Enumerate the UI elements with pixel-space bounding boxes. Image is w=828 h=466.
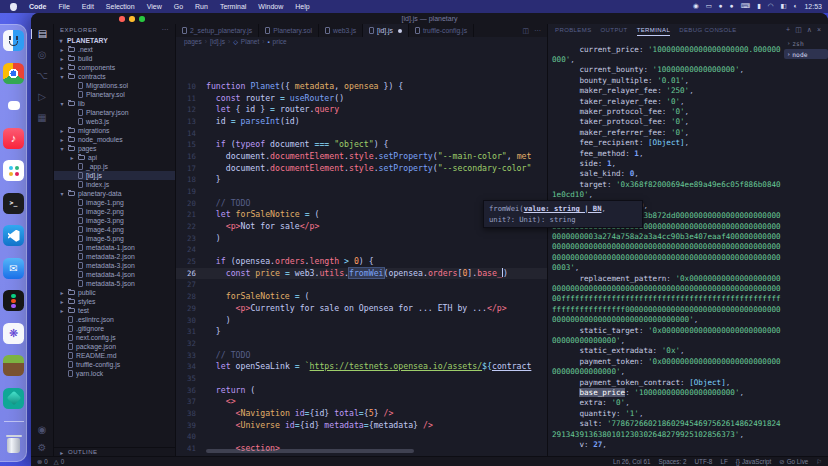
workspace-root-row[interactable]: ▾ PLANETARY [54, 35, 175, 45]
siri-icon[interactable]: ◐ [794, 3, 798, 10]
graphics-app-dock-icon[interactable]: ❋ [3, 323, 24, 344]
tree-item-node_modules[interactable]: ▸node_modules [54, 135, 175, 144]
code-line-31[interactable]: 31 } [176, 326, 547, 338]
tree-item-test[interactable]: ▸test [54, 306, 175, 315]
more-actions-icon[interactable]: ⋯ [534, 27, 541, 35]
tree-item-Planetary.json[interactable]: Planetary.json [54, 108, 175, 117]
tree-item-index.js[interactable]: index.js [54, 180, 175, 189]
code-line-13[interactable]: 13 id = parseInt(id) [176, 116, 547, 128]
terminal-process-zsh[interactable]: ›zsh [784, 38, 828, 48]
code-line-32[interactable]: 32 [176, 338, 547, 350]
tree-item-image-3.png[interactable]: image-3.png [54, 216, 175, 225]
status-app2-icon[interactable]: ● [730, 3, 734, 10]
minecraft-dock-icon[interactable] [3, 355, 24, 376]
code-line-15[interactable]: 15 if (typeof document === "object") { [176, 139, 547, 151]
menubar-clock[interactable]: 12:53 [804, 3, 822, 10]
tree-item-public[interactable]: ▸public [54, 288, 175, 297]
tree-item-.eslintrc.json[interactable]: .eslintrc.json [54, 315, 175, 324]
status-warnings[interactable]: △0 [54, 458, 64, 465]
figma-dock-icon[interactable] [3, 290, 24, 311]
tree-item-image-2.png[interactable]: image-2.png [54, 207, 175, 216]
terminal-output[interactable]: current_price: '100000000000000000000.00… [548, 44, 784, 449]
menu-item-edit[interactable]: Edit [76, 3, 100, 10]
code-line-30[interactable]: 30 ) [176, 315, 547, 327]
tree-item-README.md[interactable]: README.md [54, 351, 175, 360]
tree-item-metadata-1.json[interactable]: metadata-1.json [54, 243, 175, 252]
wifi-icon[interactable]: ◠ [768, 3, 774, 10]
outline-section-header[interactable]: ▸ OUTLINE [54, 447, 175, 456]
screen-record-icon[interactable]: ◉ [693, 3, 699, 10]
tree-item-metadata-5.json[interactable]: metadata-5.json [54, 279, 175, 288]
tree-item-contracts[interactable]: ▾contracts [54, 72, 175, 81]
apple-logo-icon[interactable] [10, 3, 17, 11]
finder-dock-icon[interactable] [3, 30, 24, 51]
settings-gear-icon[interactable]: ⚙ [38, 443, 47, 453]
code-line-11[interactable]: 11 const router = useRouter() [176, 93, 547, 105]
messages-dock-icon[interactable] [3, 95, 24, 116]
status-language-mode[interactable]: {}JavaScript [736, 458, 772, 465]
menu-item-file[interactable]: File [53, 3, 76, 10]
panel-tab-output[interactable]: OUTPUT [601, 24, 628, 36]
new-terminal-icon[interactable]: + [786, 26, 790, 34]
menu-item-help[interactable]: Help [289, 3, 315, 10]
tree-item-styles[interactable]: ▸styles [54, 297, 175, 306]
minimize-window-button[interactable] [129, 16, 135, 22]
tree-item-truffle-config.js[interactable]: truffle-config.js [54, 360, 175, 369]
close-window-button[interactable] [119, 16, 125, 22]
status-cursor-position[interactable]: Ln 26, Col 61 [613, 458, 650, 465]
trash-dock-icon[interactable] [3, 435, 24, 456]
code-line-16[interactable]: 16 document.documentElement.style.setPro… [176, 151, 547, 163]
breadcrumb[interactable]: pages›[id].js›◇Planet›▪price [176, 37, 547, 46]
code-line-12[interactable]: 12 let { id } = router.query [176, 104, 547, 116]
tree-item-Migrations.sol[interactable]: Migrations.sol [54, 81, 175, 90]
tree-item-metadata-4.json[interactable]: metadata-4.json [54, 270, 175, 279]
panel-tab-debug-console[interactable]: DEBUG CONSOLE [679, 24, 737, 36]
battery-icon[interactable]: ▮ [757, 3, 761, 10]
code-line-26[interactable]: 26 const price = web3.utils.fromWei(open… [176, 268, 547, 280]
source-control-icon[interactable]: ⌥ [31, 71, 53, 81]
tab-[id].js[interactable]: [id].js [363, 24, 409, 37]
code-line-27[interactable]: 27 [176, 279, 547, 291]
tree-item-metadata-3.json[interactable]: metadata-3.json [54, 261, 175, 270]
menu-item-selection[interactable]: Selection [100, 3, 141, 10]
tree-item-migrations[interactable]: ▸migrations [54, 126, 175, 135]
code-line-39[interactable]: 39 <Universe id={id} metadata={metadata}… [176, 420, 547, 432]
code-line-10[interactable]: 10function Planet({ metadata, opensea })… [176, 81, 547, 93]
zoom-window-button[interactable] [139, 16, 145, 22]
mail-dock-icon[interactable]: ✉ [3, 258, 24, 279]
tree-item-image-1.png[interactable]: image-1.png [54, 198, 175, 207]
split-editor-icon[interactable]: ◫ [522, 27, 529, 35]
code-line-34[interactable]: 34 let openSeaLink = `https://testnets.o… [176, 361, 547, 373]
code-line-33[interactable]: 33 // TODO [176, 350, 547, 362]
code-line-36[interactable]: 36 return ( [176, 385, 547, 397]
keyboard-icon[interactable]: ⌨ [741, 3, 750, 10]
status-app1-icon[interactable]: ● [719, 3, 723, 10]
tree-item-next.config.js[interactable]: next.config.js [54, 333, 175, 342]
breadcrumb-item-Planet[interactable]: Planet [241, 38, 259, 45]
tab-web3.js[interactable]: web3.js [319, 24, 363, 37]
code-line-25[interactable]: 25 if (opensea.orders.length > 0) { [176, 256, 547, 268]
status-encoding[interactable]: UTF-8 [695, 458, 713, 465]
code-line-19[interactable]: 19 [176, 186, 547, 198]
modified-dot-icon[interactable] [398, 29, 402, 33]
explorer-icon[interactable]: ▤ [31, 29, 53, 39]
tree-item-lib[interactable]: ▾lib [54, 99, 175, 108]
tree-item-metadata-2.json[interactable]: metadata-2.json [54, 252, 175, 261]
menu-item-run[interactable]: Run [189, 3, 214, 10]
split-terminal-icon[interactable]: ◫ [795, 26, 802, 34]
menu-item-view[interactable]: View [141, 3, 168, 10]
tree-item-yarn.lock[interactable]: yarn.lock [54, 369, 175, 378]
menu-item-go[interactable]: Go [168, 3, 189, 10]
account-icon[interactable]: ◉ [38, 425, 47, 435]
code-editor[interactable]: 10function Planet({ metadata, opensea })… [176, 46, 547, 456]
window-title-bar[interactable]: [id].js — planetary [31, 13, 828, 24]
display-icon[interactable]: ▭ [706, 3, 712, 10]
google-chrome-dock-icon[interactable] [3, 63, 24, 84]
cube-app-dock-icon[interactable] [3, 388, 24, 409]
music-dock-icon[interactable]: ♪ [3, 128, 24, 149]
maximize-panel-icon[interactable]: ∧ [807, 26, 812, 34]
tab-Planetary.sol[interactable]: Planetary.sol [259, 24, 319, 37]
code-line-24[interactable]: 24 [176, 244, 547, 256]
tree-item-planetary-data[interactable]: ▾planetary-data [54, 189, 175, 198]
tree-item-_app.js[interactable]: _app.js [54, 162, 175, 171]
